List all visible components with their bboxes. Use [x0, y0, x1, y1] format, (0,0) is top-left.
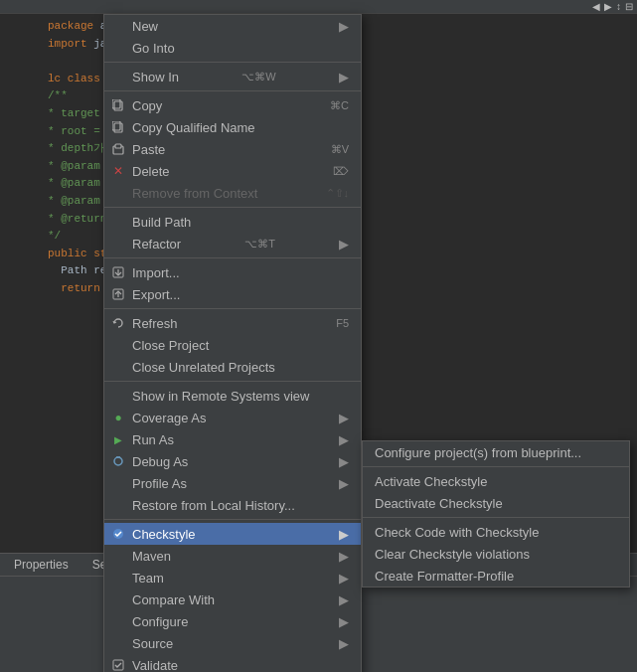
menu-item-comparewith[interactable]: Compare With ▶ [104, 588, 361, 610]
svg-rect-13 [113, 660, 123, 670]
arrow-icon: ▶ [339, 614, 349, 629]
svg-rect-2 [114, 123, 122, 132]
arrow-icon: ▶ [339, 411, 349, 425]
arrow-icon: ▶ [339, 476, 349, 491]
arrow-icon: ▶ [339, 549, 349, 564]
svg-point-10 [114, 457, 122, 465]
arrow-icon: ▶ [339, 636, 349, 651]
coverage-icon: ● [110, 410, 126, 425]
arrow-icon: ▶ [339, 571, 349, 586]
separator [104, 207, 361, 208]
svg-rect-1 [112, 99, 120, 108]
nav-back-btn[interactable]: ◀ [592, 1, 600, 12]
separator [104, 519, 361, 520]
menu-item-close-unrelated[interactable]: Close Unrelated Projects [104, 356, 361, 378]
menu-item-goto[interactable]: Go Into [104, 37, 361, 59]
submenu-item-clearviolations[interactable]: Clear Checkstyle violations [363, 543, 629, 565]
svg-rect-0 [114, 101, 122, 110]
submenu-item-deactivate[interactable]: Deactivate Checkstyle [363, 492, 629, 514]
menu-item-coverageas[interactable]: ● Coverage As ▶ [104, 407, 361, 428]
menu-item-remove[interactable]: Remove from Context ⌃⇧↓ [104, 182, 361, 204]
separator [363, 466, 629, 467]
menu-item-runas[interactable]: ▶ Run As ▶ [104, 428, 361, 450]
menu-item-debugas[interactable]: Debug As ▶ [104, 450, 361, 472]
toolbar: ◀ ▶ ↕ ⊟ [0, 0, 637, 14]
menu-item-restorefrom[interactable]: Restore from Local History... [104, 494, 361, 516]
validate-icon [110, 657, 126, 672]
checkstyle-icon [110, 526, 126, 542]
menu-item-copy-qualified[interactable]: Copy Qualified Name [104, 116, 361, 138]
menu-item-import[interactable]: Import... [104, 261, 361, 283]
submenu-item-configure-blueprint[interactable]: Configure project(s) from blueprint... [363, 441, 629, 463]
paste-icon [110, 141, 126, 157]
copy-qualified-icon [110, 119, 126, 135]
menu-item-team[interactable]: Team ▶ [104, 567, 361, 588]
arrow-icon: ▶ [339, 70, 349, 84]
arrow-icon: ▶ [339, 592, 349, 607]
separator [363, 517, 629, 518]
nav-up-btn[interactable]: ↕ [616, 1, 621, 12]
arrow-icon: ▶ [339, 237, 349, 252]
menu-item-checkstyle[interactable]: Checkstyle ▶ [104, 523, 361, 545]
arrow-icon: ▶ [339, 19, 349, 34]
menu-item-new[interactable]: New ▶ [104, 15, 361, 37]
tab-properties[interactable]: Properties [8, 556, 75, 574]
menu-item-source[interactable]: Source ▶ [104, 632, 361, 654]
menu-item-copy[interactable]: Copy ⌘C [104, 94, 361, 116]
menu-item-refresh[interactable]: Refresh F5 [104, 312, 361, 334]
context-menu: New ▶ Go Into Show In ⌥⌘W ▶ Copy ⌘C Copy… [103, 14, 362, 672]
separator [104, 381, 361, 382]
menu-item-buildpath[interactable]: Build Path [104, 211, 361, 233]
submenu-item-checkcode[interactable]: Check Code with Checkstyle [363, 521, 629, 543]
arrow-icon: ▶ [339, 432, 349, 447]
separator [104, 62, 361, 63]
menu-item-export[interactable]: Export... [104, 283, 361, 305]
menu-item-maven[interactable]: Maven ▶ [104, 545, 361, 567]
menu-item-configure[interactable]: Configure ▶ [104, 610, 361, 632]
arrow-icon: ▶ [339, 527, 349, 542]
copy-icon [110, 97, 126, 113]
svg-rect-5 [115, 144, 121, 148]
export-icon [110, 286, 126, 302]
refresh-icon [110, 315, 126, 331]
debug-icon [110, 453, 126, 469]
menu-item-showinremote[interactable]: Show in Remote Systems view [104, 385, 361, 407]
import-icon [110, 264, 126, 280]
checkstyle-submenu: Configure project(s) from blueprint... A… [362, 440, 630, 588]
menu-item-validate[interactable]: Validate [104, 654, 361, 672]
submenu-item-createformatter[interactable]: Create Formatter-Profile [363, 565, 629, 587]
nav-fwd-btn[interactable]: ▶ [604, 1, 612, 12]
delete-icon: ✕ [110, 163, 126, 179]
menu-item-profileas[interactable]: Profile As ▶ [104, 472, 361, 494]
separator [104, 308, 361, 309]
menu-item-paste[interactable]: Paste ⌘V [104, 138, 361, 160]
menu-item-delete[interactable]: ✕ Delete ⌦ [104, 160, 361, 182]
menu-item-close-project[interactable]: Close Project [104, 334, 361, 356]
collapse-btn[interactable]: ⊟ [625, 1, 633, 12]
svg-rect-3 [112, 121, 120, 130]
arrow-icon: ▶ [339, 454, 349, 469]
menu-item-refactor[interactable]: Refactor ⌥⌘T ▶ [104, 233, 361, 254]
run-icon: ▶ [110, 431, 126, 447]
separator [104, 257, 361, 258]
submenu-item-activate[interactable]: Activate Checkstyle [363, 470, 629, 492]
menu-item-showin[interactable]: Show In ⌥⌘W ▶ [104, 66, 361, 87]
separator [104, 90, 361, 91]
